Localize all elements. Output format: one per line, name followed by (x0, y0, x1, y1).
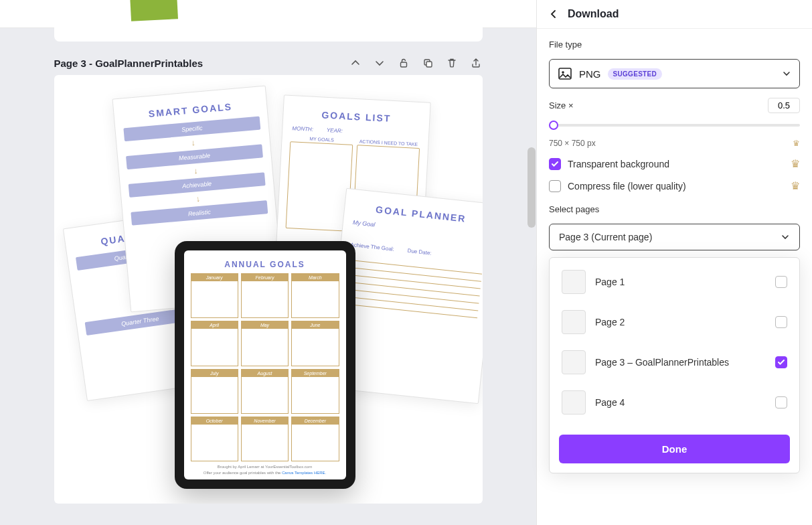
filetype-select[interactable]: PNG SUGGESTED (549, 59, 800, 88)
chevron-down-icon (781, 232, 790, 242)
delete-icon[interactable] (445, 56, 459, 70)
crown-icon: ♛ (791, 157, 800, 170)
transparent-label: Transparent background (568, 159, 669, 169)
page-title: Page 3 - GoalPlannerPrintables (54, 58, 204, 69)
download-panel: Download File type PNG SUGGESTED Size × … (536, 0, 812, 525)
select-pages-label: Select pages (549, 204, 800, 214)
editor-canvas: Page 3 - GoalPlannerPrintables QUARTER Q… (0, 0, 536, 525)
back-icon[interactable] (549, 9, 558, 19)
chevron-down-icon (782, 69, 791, 78)
page-thumb (562, 310, 586, 334)
page-option-label: Page 1 (595, 277, 766, 287)
size-slider[interactable] (549, 124, 800, 127)
pages-select[interactable]: Page 3 (Current page) (549, 224, 800, 250)
slider-thumb[interactable] (549, 121, 558, 130)
page-canvas[interactable]: QUARTER Quarter One Quarter Three SMART … (54, 75, 483, 504)
month-cell: June (291, 321, 339, 366)
month-cell: March (291, 273, 339, 318)
lock-icon[interactable] (397, 56, 410, 70)
image-icon (558, 66, 572, 81)
page-thumb (562, 350, 586, 374)
compress-checkbox[interactable] (549, 180, 561, 192)
page-option[interactable]: Page 2 (552, 302, 797, 342)
crown-icon: ♛ (793, 139, 800, 148)
page-checkbox[interactable] (775, 356, 787, 368)
filetype-label: File type (549, 40, 800, 50)
filetype-value: PNG (579, 68, 601, 80)
page-list: Page 1Page 2Page 3 – GoalPlannerPrintabl… (550, 258, 799, 427)
page-header: Page 3 - GoalPlannerPrintables (54, 56, 483, 70)
month-cell: November (241, 417, 289, 461)
page-option[interactable]: Page 4 (552, 382, 797, 423)
page-option-label: Page 3 – GoalPlannerPrintables (595, 357, 766, 368)
svg-rect-2 (426, 62, 432, 67)
month-cell: February (241, 273, 289, 318)
editor-scrollbar[interactable] (527, 147, 536, 228)
page-checkbox[interactable] (775, 276, 787, 288)
size-label: Size × (549, 100, 574, 110)
annual-goals-title: ANNUAL GOALS (191, 260, 339, 269)
month-cell: December (291, 417, 339, 461)
previous-page-peek (54, 21, 483, 42)
page-option[interactable]: Page 3 – GoalPlannerPrintables (552, 342, 797, 382)
page-option-label: Page 4 (595, 397, 766, 408)
month-cell: May (241, 321, 289, 366)
page-checkbox[interactable] (775, 396, 787, 408)
panel-title: Download (568, 8, 619, 20)
crown-icon: ♛ (791, 179, 800, 192)
compress-label: Compress file (lower quality) (568, 181, 686, 192)
ipad-mockup: ANNUAL GOALS JanuaryFebruaryMarchAprilMa… (175, 241, 355, 489)
suggested-badge: SUGGESTED (608, 68, 663, 80)
pages-dropdown: Page 1Page 2Page 3 – GoalPlannerPrintabl… (549, 257, 800, 473)
page-option[interactable]: Page 1 (552, 262, 797, 302)
page-option-label: Page 2 (595, 317, 766, 327)
panel-header: Download (537, 0, 812, 29)
month-cell: July (191, 369, 238, 414)
month-cell: January (191, 273, 238, 318)
page2-graphic (130, 0, 178, 21)
move-up-icon[interactable] (349, 56, 362, 70)
duplicate-icon[interactable] (421, 56, 434, 70)
month-cell: April (191, 321, 238, 366)
page-thumb (562, 390, 586, 415)
dimensions-text: 750 × 750 px (549, 139, 596, 148)
month-cell: August (241, 369, 289, 414)
page-tools (349, 56, 483, 70)
transparent-checkbox[interactable] (549, 158, 561, 170)
svg-point-4 (562, 71, 564, 74)
month-cell: September (291, 369, 339, 414)
move-down-icon[interactable] (373, 56, 386, 70)
ipad-footer: Brought by April Lemarr at YourEssential… (191, 464, 339, 475)
share-icon[interactable] (469, 56, 483, 70)
done-button[interactable]: Done (559, 435, 790, 463)
month-cell: October (191, 417, 238, 461)
size-input[interactable] (768, 98, 800, 113)
page-checkbox[interactable] (775, 316, 787, 328)
svg-rect-0 (400, 62, 406, 67)
svg-rect-3 (559, 68, 571, 79)
month-grid: JanuaryFebruaryMarchAprilMayJuneJulyAugu… (191, 273, 339, 461)
page-thumb (562, 270, 586, 294)
